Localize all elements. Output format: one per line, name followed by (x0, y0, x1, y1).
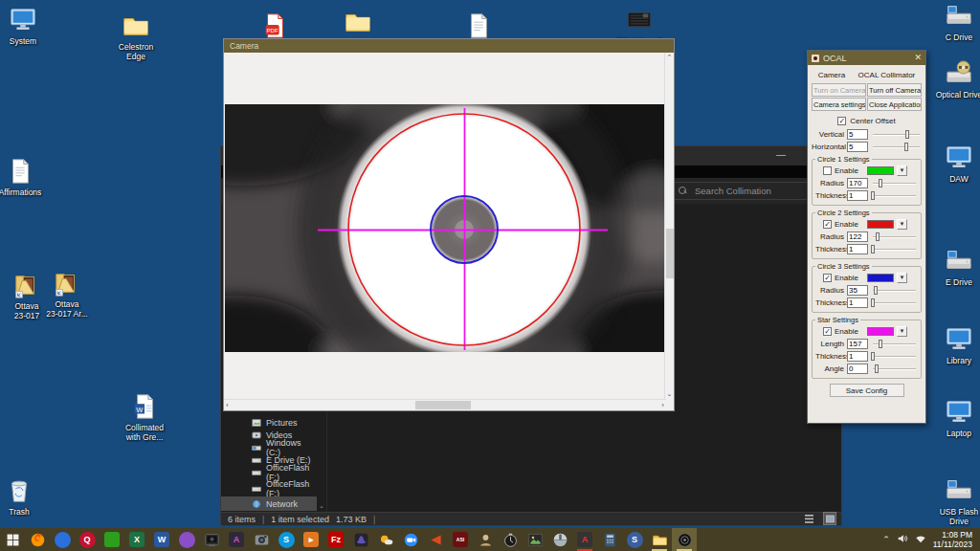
desktop-icon-top-document[interactable] (456, 11, 501, 40)
taskbar-contacts-app-icon[interactable] (473, 528, 498, 551)
close-icon[interactable]: ✕ (914, 54, 922, 62)
desktop-icon-pdf-file[interactable]: PDF (252, 11, 298, 40)
radius-input[interactable] (847, 231, 868, 242)
taskbar-camera-app-icon[interactable] (249, 528, 274, 551)
desktop-icon-library[interactable]: Library (932, 325, 980, 365)
enable-checkbox[interactable]: ✓ (823, 166, 832, 175)
taskbar-clock[interactable]: 1:08 PM 11/11/2023 (933, 530, 972, 549)
taskbar-firefox-icon[interactable] (25, 528, 50, 551)
volume-icon[interactable] (897, 531, 908, 548)
turn-on-camera-button[interactable]: Turn on Camera (812, 83, 866, 97)
close-application-button[interactable]: Close Application (867, 98, 922, 111)
desktop-icon-affirmations[interactable]: Affirmations (0, 157, 47, 197)
minimize-icon[interactable]: — (776, 149, 786, 160)
sidebar-item-windows-c[interactable]: Windows (C:) (221, 441, 317, 453)
vertical-offset-slider[interactable] (871, 129, 922, 140)
thickness-input[interactable] (847, 244, 868, 254)
tab-ocal-collimator[interactable]: OCAL Collimator (858, 71, 916, 79)
horizontal-offset-input[interactable] (847, 142, 868, 152)
horizontal-scroll-thumb[interactable] (415, 401, 471, 409)
taskbar-observatory-app-icon[interactable] (547, 528, 572, 551)
color-dropdown-icon[interactable]: ▼ (897, 273, 907, 283)
thickness-slider[interactable] (871, 351, 918, 362)
radius-slider[interactable] (871, 231, 918, 242)
horizontal-offset-slider[interactable] (871, 142, 922, 152)
camera-titlebar[interactable]: Camera (224, 39, 674, 53)
color-dropdown-icon[interactable]: ▼ (897, 326, 907, 337)
taskbar-calculator-icon[interactable] (597, 528, 622, 551)
sidebar-item-officeflash-f[interactable]: OfficeFlash (F:) (221, 466, 317, 478)
enable-checkbox[interactable]: ✓ (823, 327, 832, 336)
center-offset-checkbox[interactable]: ✓ (837, 117, 846, 125)
taskbar-blue-s-app-icon[interactable]: S (622, 528, 647, 551)
thickness-slider[interactable] (871, 190, 918, 201)
taskbar-cone-app-icon[interactable] (423, 528, 448, 551)
taskbar-skype-icon[interactable]: S (274, 528, 299, 551)
thickness-slider[interactable] (871, 298, 918, 308)
taskbar-excel-icon[interactable]: X (124, 528, 149, 551)
angle-slider[interactable] (871, 364, 918, 374)
radius-slider[interactable] (871, 285, 918, 296)
scroll-right-icon[interactable]: › (661, 400, 664, 410)
desktop-icon-usb-flash-drive[interactable]: USB FlashDrive (932, 476, 980, 526)
desktop-icon-ottava-23-017-ar[interactable]: Ottava23-017 Ar... (40, 269, 94, 319)
scroll-down-icon[interactable]: ⌄ (665, 390, 674, 398)
desktop-icon-collimated-doc[interactable]: WCollimatedwith Gre... (118, 392, 171, 442)
taskbar-start-button[interactable] (0, 528, 25, 551)
camera-settings-button[interactable]: Camera settings (812, 98, 866, 111)
color-swatch[interactable] (867, 274, 894, 282)
taskbar-ocal-app-icon[interactable] (672, 528, 697, 551)
enable-checkbox[interactable]: ✓ (823, 220, 832, 229)
desktop-icon-c-drive[interactable]: C Drive (932, 2, 980, 42)
turn-off-camera-button[interactable]: Turn off Camera (867, 83, 922, 97)
radius-input[interactable] (847, 285, 868, 296)
enable-checkbox[interactable]: ✓ (823, 274, 832, 282)
scroll-down-icon[interactable]: ⌄ (319, 502, 324, 510)
taskbar-media-app-icon[interactable]: ▸ (299, 528, 323, 551)
taskbar-quicken-icon[interactable]: Q (75, 528, 100, 551)
sidebar-item-pictures[interactable]: Pictures (221, 416, 317, 429)
tab-camera[interactable]: Camera (818, 71, 845, 79)
color-swatch[interactable] (867, 220, 894, 229)
taskbar-filezilla-icon[interactable]: Fz (323, 528, 348, 551)
taskbar-photos-app-icon[interactable] (523, 528, 547, 551)
taskbar-word-icon[interactable]: W (149, 528, 174, 551)
desktop-icon-e-drive[interactable]: E Drive (932, 247, 980, 287)
sidebar-item-officeflash-f[interactable]: OfficeFlash (F:) (221, 482, 317, 495)
length-input[interactable] (847, 339, 868, 349)
save-config-button[interactable]: Save Config (830, 384, 904, 397)
ocal-window[interactable]: OCAL ✕ Camera OCAL Collimator Turn on Ca… (807, 50, 926, 424)
camera-horizontal-scrollbar[interactable]: ‹ › (224, 399, 666, 410)
taskbar-zoom-icon[interactable] (398, 528, 423, 551)
sidebar-item-network[interactable]: Network (221, 496, 317, 511)
thickness-slider[interactable] (871, 244, 918, 254)
taskbar-wizard-app-icon[interactable] (348, 528, 373, 551)
taskbar-timer-app-icon[interactable] (498, 528, 523, 551)
vertical-scroll-thumb[interactable] (666, 229, 674, 278)
angle-input[interactable] (847, 364, 868, 374)
taskbar-blue-globe-app-icon[interactable] (50, 528, 75, 551)
color-swatch[interactable] (867, 327, 894, 336)
sidebar-scrollbar[interactable]: ⌄ (318, 414, 325, 512)
taskbar-acrobat-icon[interactable]: A (572, 528, 597, 551)
network-icon[interactable] (915, 531, 926, 548)
taskbar-green-app-icon[interactable] (100, 528, 124, 551)
desktop-icon-laptop[interactable]: Laptop (932, 398, 980, 438)
taskbar-purple-app-icon[interactable] (174, 528, 199, 551)
color-dropdown-icon[interactable]: ▼ (897, 165, 907, 176)
color-swatch[interactable] (867, 166, 894, 175)
ocal-titlebar[interactable]: OCAL ✕ (808, 51, 925, 65)
color-dropdown-icon[interactable]: ▼ (897, 219, 907, 230)
taskbar-affinity-icon[interactable]: A (224, 528, 249, 551)
details-view-button[interactable] (803, 513, 814, 524)
thumbnails-view-button[interactable] (824, 513, 835, 524)
scroll-left-icon[interactable]: ‹ (226, 400, 229, 410)
length-slider[interactable] (871, 339, 918, 349)
desktop-icon-celestron-edge[interactable]: CelestronEdge (109, 11, 163, 61)
thickness-input[interactable] (847, 190, 868, 201)
tray-expand-icon[interactable]: ⌃ (882, 535, 890, 544)
taskbar-capture-app-icon[interactable] (199, 528, 224, 551)
desktop-icon-system[interactable]: System (0, 6, 50, 46)
taskbar-weather-app-icon[interactable] (373, 528, 398, 551)
radius-slider[interactable] (871, 178, 918, 188)
